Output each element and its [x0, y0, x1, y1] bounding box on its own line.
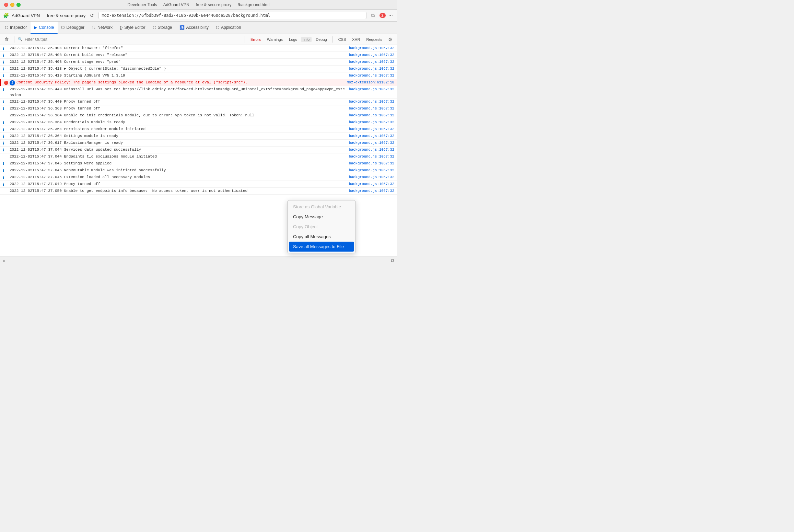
log-line[interactable]: 2022-12-02T15:47:37.044 Endpoints tld ex…	[0, 153, 397, 160]
log-line[interactable]: ℹ2022-12-02T15:47:37.045 Extension loade…	[0, 174, 397, 181]
tab-storage[interactable]: ⬡ Storage	[149, 22, 176, 34]
filter-icon: 🔍	[18, 37, 23, 42]
divider	[14, 36, 14, 43]
log-content: 2022-12-02T15:47:37.044 Endpoints tld ex…	[10, 154, 346, 160]
log-line[interactable]: ℹ2022-12-02T15:47:36.363 Proxy turned of…	[0, 105, 397, 112]
log-content: 2022-12-02T15:47:35.404 Current browser:…	[10, 45, 346, 51]
filter-requests[interactable]: Requests	[364, 37, 384, 42]
log-content: 2022-12-02T15:47:36.364 Unable to init c…	[10, 113, 346, 118]
log-line[interactable]: ℹ2022-12-02T15:47:35.419 Starting AdGuar…	[0, 72, 397, 79]
filter-warnings[interactable]: Warnings	[265, 37, 285, 42]
log-source[interactable]: background.js:1067:32	[349, 86, 394, 92]
info-icon: ℹ	[3, 120, 4, 126]
log-line[interactable]: ℹ2022-12-02T15:47:36.364 Credentials mod…	[0, 119, 397, 126]
log-source[interactable]: background.js:1067:32	[349, 188, 394, 194]
info-icon: ℹ	[3, 182, 4, 188]
log-content: 2022-12-02T15:47:37.045 Settings were ap…	[10, 161, 346, 166]
log-line[interactable]: ℹ2022-12-02T15:47:35.440 Proxy turned of…	[0, 99, 397, 105]
tab-application[interactable]: ⬡ Application	[212, 22, 245, 34]
log-source[interactable]: moz-extension:61182:18	[347, 80, 394, 85]
tab-accessibility[interactable]: ♿ Accessibility	[176, 22, 212, 34]
log-source[interactable]: background.js:1067:32	[349, 167, 394, 173]
log-line[interactable]: 2022-12-02T15:47:37.050 Unable to get en…	[0, 188, 397, 195]
context-menu-item-copy-message[interactable]: Copy Message	[288, 212, 355, 222]
tab-inspector[interactable]: ⬡ Inspector	[1, 22, 31, 34]
error-badge: 2	[380, 13, 386, 18]
log-line[interactable]: ℹ2022-12-02T15:47:35.408 Current stage e…	[0, 59, 397, 66]
clear-button[interactable]: 🗑	[3, 36, 11, 43]
log-source[interactable]: background.js:1067:32	[349, 161, 394, 166]
more-button[interactable]: ···	[387, 12, 394, 19]
log-source[interactable]: background.js:1067:32	[349, 119, 394, 125]
log-source[interactable]: background.js:1067:32	[349, 113, 394, 118]
log-line[interactable]: ℹ2022-12-02T15:47:36.617 ExclusionsManag…	[0, 140, 397, 147]
log-content: 2022-12-02T15:47:35.408 Current stage en…	[10, 59, 346, 65]
log-source[interactable]: background.js:1067:32	[349, 66, 394, 72]
context-menu-item-save-all[interactable]: Save all Messages to File	[289, 242, 354, 252]
log-content: 2022-12-02T15:47:36.364 Settings module …	[10, 133, 346, 139]
filter-input[interactable]	[25, 37, 241, 42]
console-bottom-bar: » ⧉	[0, 256, 397, 265]
log-line[interactable]: ℹ2022-12-02T15:47:35.418 ▶ Object { curr…	[0, 66, 397, 72]
filter-css[interactable]: CSS	[336, 37, 348, 42]
extension-name: AdGuard VPN — free & secure proxy	[12, 13, 85, 18]
log-source[interactable]: background.js:1067:32	[349, 140, 394, 146]
log-content: 2022-12-02T15:47:36.363 Proxy turned off	[10, 106, 346, 112]
log-content: 2022-12-02T15:47:35.440 Proxy turned off	[10, 99, 346, 105]
accessibility-icon: ♿	[179, 25, 185, 30]
log-line[interactable]: ℹ2022-12-02T15:47:35.440 Uninstall url w…	[0, 86, 397, 99]
filter-errors[interactable]: Errors	[248, 37, 263, 42]
log-source[interactable]: background.js:1067:32	[349, 133, 394, 139]
log-source[interactable]: background.js:1067:32	[349, 99, 394, 105]
log-source[interactable]: background.js:1067:32	[349, 73, 394, 79]
filter-xhr[interactable]: XHR	[350, 37, 362, 42]
minimize-button[interactable]	[10, 3, 14, 7]
log-line[interactable]: ℹ2022-12-02T15:47:36.364 Settings module…	[0, 133, 397, 140]
info-icon: ℹ	[3, 161, 4, 167]
log-content: 2022-12-02T15:47:36.364 Credentials modu…	[10, 119, 346, 125]
browser-chrome: 🧩 AdGuard VPN — free & secure proxy ↺ mo…	[0, 10, 397, 22]
log-source[interactable]: background.js:1067:32	[349, 174, 394, 180]
log-source[interactable]: background.js:1067:32	[349, 45, 394, 51]
url-bar[interactable]: moz-extension://6fbdb39f-8ad2-418b-930b-…	[98, 12, 366, 19]
close-button[interactable]	[4, 3, 8, 7]
info-icon: ℹ	[3, 127, 4, 133]
reload-button[interactable]: ↺	[88, 12, 96, 19]
log-source[interactable]: background.js:1067:32	[349, 147, 394, 153]
tab-style-editor[interactable]: {} Style Editor	[116, 22, 149, 34]
split-console-icon[interactable]: ⧉	[391, 258, 394, 264]
log-source[interactable]: background.js:1067:32	[349, 181, 394, 187]
log-content: 2022-12-02T15:47:36.617 ExclusionsManage…	[10, 140, 346, 146]
inspector-icon: ⬡	[5, 25, 8, 30]
log-source[interactable]: background.js:1067:32	[349, 52, 394, 58]
filter-info[interactable]: Info	[301, 37, 312, 42]
tab-network[interactable]: ↑↓ Network	[88, 22, 116, 34]
log-source[interactable]: background.js:1067:32	[349, 59, 394, 65]
log-source[interactable]: background.js:1067:32	[349, 106, 394, 112]
log-line[interactable]: ℹ2022-12-02T15:47:37.049 Proxy turned of…	[0, 181, 397, 188]
info-icon: ℹ	[3, 106, 4, 112]
maximize-button[interactable]	[16, 3, 21, 7]
log-line[interactable]: ℹ2022-12-02T15:47:37.045 NonRoutable mod…	[0, 167, 397, 174]
tab-debugger[interactable]: ⬡ Debugger	[58, 22, 88, 34]
log-content: 2022-12-02T15:47:37.050 Unable to get en…	[10, 188, 346, 194]
context-menu-item-copy-all[interactable]: Copy all Messages	[288, 232, 355, 242]
console-input-chevrons[interactable]: »	[3, 258, 5, 263]
tab-console[interactable]: ▶ Console	[31, 22, 58, 34]
log-source[interactable]: background.js:1067:32	[349, 154, 394, 160]
copy-url-button[interactable]: ⧉	[369, 12, 377, 19]
log-source[interactable]: background.js:1067:32	[349, 126, 394, 132]
log-line[interactable]: ℹ2022-12-02T15:47:37.045 Settings were a…	[0, 160, 397, 167]
log-content: 2022-12-02T15:47:36.364 Permissions chec…	[10, 126, 346, 132]
log-line[interactable]: ℹ2022-12-02T15:47:35.404 Current browser…	[0, 45, 397, 52]
log-line[interactable]: ℹ2022-12-02T15:47:37.044 Services data u…	[0, 147, 397, 153]
log-line[interactable]: ℹ2022-12-02T15:47:36.364 Permissions che…	[0, 126, 397, 133]
filter-logs[interactable]: Logs	[287, 37, 299, 42]
log-line[interactable]: ℹ2022-12-02T15:47:35.408 Current build e…	[0, 52, 397, 59]
application-icon: ⬡	[216, 25, 219, 30]
log-line[interactable]: 🔴2Content Security Policy: The page's se…	[0, 79, 397, 86]
context-menu-item-store-global: Store as Global Variable	[288, 202, 355, 212]
settings-icon[interactable]: ⚙	[386, 36, 394, 43]
filter-debug[interactable]: Debug	[314, 37, 329, 42]
log-line[interactable]: 2022-12-02T15:47:36.364 Unable to init c…	[0, 112, 397, 119]
